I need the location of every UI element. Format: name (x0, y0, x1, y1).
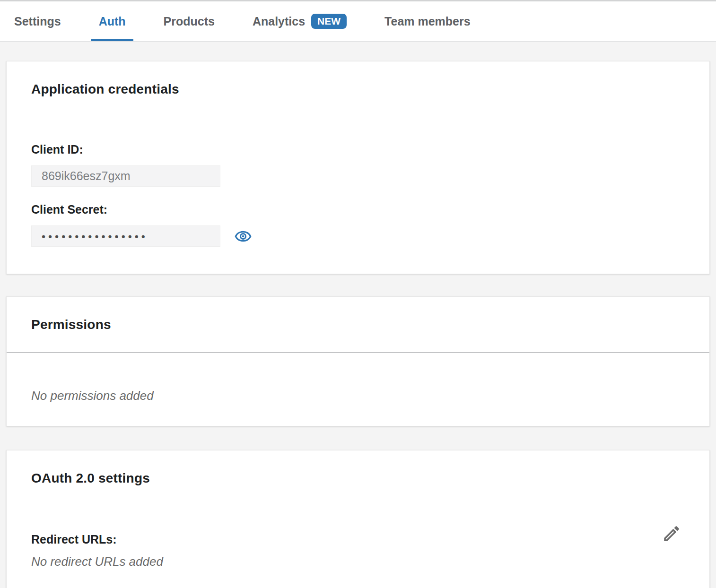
application-credentials-title: Application credentials (31, 82, 179, 97)
tab-products[interactable]: Products (164, 1, 215, 41)
tab-settings-label: Settings (14, 15, 61, 28)
client-secret-label: Client Secret: (31, 203, 685, 216)
reveal-secret-button[interactable] (235, 228, 252, 245)
tab-analytics-label: Analytics (253, 15, 305, 28)
application-credentials-body: Client ID: 869ik66esz7gxm Client Secret:… (7, 117, 709, 274)
client-secret-masked-value: •••••••••••••••• (42, 230, 148, 242)
redirect-urls-label: Redirect URLs: (31, 533, 685, 546)
application-credentials-card: Application credentials Client ID: 869ik… (6, 61, 710, 274)
new-badge: NEW (311, 14, 347, 29)
tab-team-members[interactable]: Team members (384, 1, 471, 41)
oauth-settings-header: OAuth 2.0 settings (7, 450, 709, 506)
oauth-settings-card: OAuth 2.0 settings Redirect URLs: No red… (6, 450, 710, 588)
tab-analytics[interactable]: Analytics NEW (253, 1, 347, 41)
pencil-icon (662, 524, 681, 544)
permissions-card: Permissions No permissions added (6, 296, 710, 426)
tab-products-label: Products (164, 15, 215, 28)
client-secret-field[interactable]: •••••••••••••••• (31, 225, 220, 247)
client-secret-row: •••••••••••••••• (31, 225, 685, 247)
permissions-header: Permissions (7, 297, 709, 353)
tab-auth[interactable]: Auth (99, 1, 126, 41)
client-id-label: Client ID: (31, 143, 685, 156)
tab-auth-label: Auth (99, 15, 126, 28)
permissions-title: Permissions (31, 317, 111, 332)
permissions-empty-message: No permissions added (31, 389, 685, 403)
edit-redirect-urls-button[interactable] (661, 523, 682, 544)
oauth-settings-title: OAuth 2.0 settings (31, 471, 150, 486)
permissions-body: No permissions added (7, 353, 709, 426)
client-id-field[interactable]: 869ik66esz7gxm (31, 165, 220, 187)
eye-icon (235, 228, 252, 245)
application-credentials-header: Application credentials (7, 61, 709, 117)
tab-bar: Settings Auth Products Analytics NEW Tea… (0, 0, 716, 42)
redirect-urls-empty-message: No redirect URLs added (31, 554, 685, 569)
client-id-value: 869ik66esz7gxm (42, 169, 131, 183)
tab-settings[interactable]: Settings (14, 1, 61, 41)
oauth-settings-body: Redirect URLs: No redirect URLs added (7, 506, 709, 588)
tab-team-members-label: Team members (384, 15, 471, 28)
page-content: Application credentials Client ID: 869ik… (0, 61, 716, 588)
